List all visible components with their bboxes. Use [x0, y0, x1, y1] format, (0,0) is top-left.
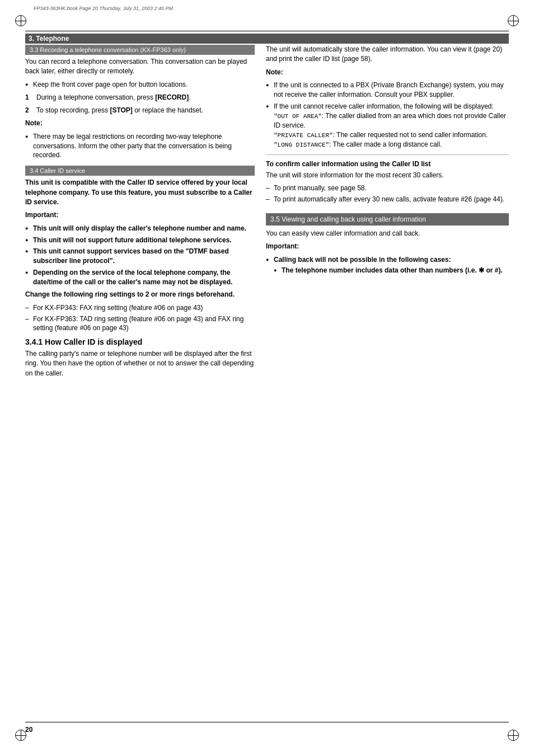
right-note-b2: If the unit cannot receive caller inform…	[266, 102, 509, 150]
section-34-intro: This unit is compatible with the Caller …	[25, 178, 255, 207]
s35-imp-b1-bold: Calling back will not be possible in the…	[274, 256, 451, 264]
bullet-item: Keep the front cover page open for butto…	[25, 80, 255, 90]
file-info: FP343-363HK.book Page 20 Thursday, July …	[34, 6, 173, 11]
imp-b2: This unit will not support future additi…	[33, 236, 232, 244]
s35-imp-b1: Calling back will not be possible in the…	[266, 255, 509, 276]
right-note-list: If the unit is connected to a PBX (Priva…	[266, 81, 509, 149]
imp-b1: This unit will only display the caller's…	[33, 224, 246, 232]
page-number: 20	[25, 726, 32, 734]
code-item-2-desc: : The caller requested not to send calle…	[333, 131, 488, 139]
section-35-intro: You can easily view caller information a…	[266, 229, 509, 238]
section-35-important-label: Important:	[266, 242, 509, 251]
imp-b3: This unit cannot support services based …	[33, 247, 229, 265]
code-item-3: "LONG DISTANCE": The caller made a long …	[274, 140, 442, 148]
crosshair-br	[508, 730, 518, 740]
dash-item-1: For KX-FP343: FAX ring setting (feature …	[25, 303, 255, 313]
section-34-title-bar: 3.4 Caller ID service	[25, 166, 255, 176]
crosshair-bl	[16, 730, 26, 740]
confirm-dash-1: To print manually, see page 58.	[266, 184, 509, 193]
section-33-intro: You can record a telephone conversation.…	[25, 57, 255, 77]
section-33-note-list: There may be legal restrictions on recor…	[25, 132, 255, 160]
step-num-1: 1	[25, 93, 34, 102]
code-item-3-desc: : The caller made a long distance call.	[329, 140, 442, 148]
code-private-caller: "PRIVATE CALLER"	[274, 132, 333, 139]
code-out-of-area: "OUT OF AREA"	[274, 113, 322, 120]
section-34-important-list: This unit will only display the caller's…	[25, 224, 255, 287]
section-33: 3.3 Recording a telephone conversation (…	[25, 45, 255, 160]
bottom-rule	[25, 722, 509, 722]
step-2: 2 To stop recording, press [STOP] or rep…	[25, 106, 255, 115]
section-33-bullets: Keep the front cover page open for butto…	[25, 80, 255, 90]
right-note-label: Note:	[266, 68, 509, 77]
step-2-text: To stop recording, press [STOP] or repla…	[36, 106, 203, 115]
imp-bullet-1: This unit will only display the caller's…	[25, 224, 255, 233]
section-35: 3.5 Viewing and calling back using calle…	[266, 213, 509, 275]
page: FP343-363HK.book Page 20 Thursday, July …	[0, 0, 534, 756]
right-note-b1: If the unit is connected to a PBX (Priva…	[266, 81, 509, 100]
code-long-distance: "LONG DISTANCE"	[274, 142, 329, 148]
change-label-bold: Change the following ring settings to 2 …	[25, 290, 235, 298]
content-area: 3. Telephone 3.3 Recording a telephone c…	[25, 34, 509, 717]
divider-rule	[266, 154, 509, 155]
section-341-intro: The calling party's name or telephone nu…	[25, 349, 255, 378]
section-33-title-bar: 3.3 Recording a telephone conversation (…	[25, 45, 255, 55]
right-intro: The unit will automatically store the ca…	[266, 45, 509, 64]
s35-sub-dash-bold: The telephone number includes data other…	[282, 266, 503, 274]
right-top-content: The unit will automatically store the ca…	[266, 45, 509, 150]
imp-bullet-3: This unit cannot support services based …	[25, 247, 255, 266]
step-1-text: During a telephone conversation, press […	[36, 93, 190, 102]
confirm-header: To confirm caller information using the …	[266, 159, 509, 169]
imp-bullet-4: Depending on the service of the local te…	[25, 268, 255, 287]
top-rule	[25, 31, 509, 31]
left-column: 3.3 Recording a telephone conversation (…	[25, 45, 255, 382]
section-33-note-label: Note:	[25, 119, 255, 128]
code-item-1: "OUT OF AREA": The caller dialled from a…	[274, 112, 506, 129]
two-column-layout: 3.3 Recording a telephone conversation (…	[25, 45, 509, 382]
right-note-b2-text: If the unit cannot receive caller inform…	[274, 102, 494, 110]
change-label: Change the following ring settings to 2 …	[25, 290, 255, 299]
section-35-title-bar: 3.5 Viewing and calling back using calle…	[266, 213, 509, 226]
section-35-important-list: Calling back will not be possible in the…	[266, 255, 509, 276]
record-key: [RECORD]	[155, 93, 189, 101]
note-bullet-1: There may be legal restrictions on recor…	[25, 132, 255, 160]
crosshair-tr	[508, 16, 518, 26]
code-item-2: "PRIVATE CALLER": The caller requested n…	[274, 131, 488, 139]
crosshair-tl	[16, 16, 26, 26]
right-column: The unit will automatically store the ca…	[266, 45, 509, 382]
step-1: 1 During a telephone conversation, press…	[25, 93, 255, 102]
confirm-section: To confirm caller information using the …	[266, 159, 509, 204]
section-34-intro-bold: This unit is compatible with the Caller …	[25, 179, 252, 206]
dash-list-34: For KX-FP343: FAX ring setting (feature …	[25, 303, 255, 333]
stop-key: [STOP]	[110, 106, 132, 114]
confirm-dash-2: To print automatically after every 30 ne…	[266, 195, 509, 204]
step-num-2: 2	[25, 106, 34, 115]
section-34-important-label: Important:	[25, 210, 255, 220]
s35-sub-dash-1: The telephone number includes data other…	[274, 266, 509, 275]
section-header: 3. Telephone	[25, 34, 509, 44]
s35-sub-dashes: The telephone number includes data other…	[274, 266, 509, 275]
section-341: 3.4.1 How Caller ID is displayed The cal…	[25, 337, 255, 378]
section-34: 3.4 Caller ID service This unit is compa…	[25, 166, 255, 333]
section-341-title: 3.4.1 How Caller ID is displayed	[25, 337, 255, 347]
imp-b4: Depending on the service of the local te…	[33, 269, 232, 286]
dash-item-2: For KX-FP363: TAD ring setting (feature …	[25, 314, 255, 334]
confirm-dashes: To print manually, see page 58. To print…	[266, 184, 509, 204]
confirm-intro: The unit will store information for the …	[266, 171, 509, 180]
imp-bullet-2: This unit will not support future additi…	[25, 236, 255, 245]
